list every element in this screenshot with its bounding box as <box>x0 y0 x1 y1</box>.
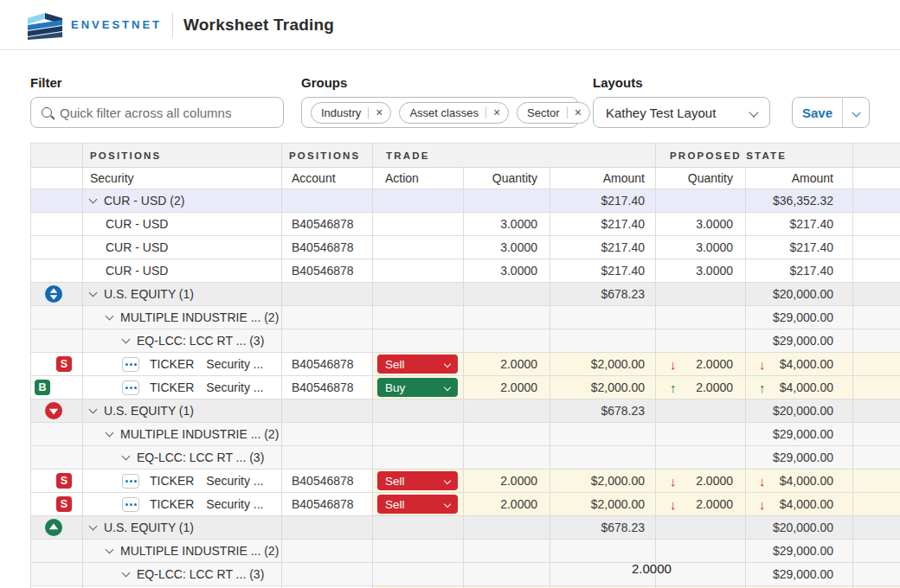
security-cell: U.S. EQUITY (1) <box>83 516 282 540</box>
security-label: CUR - USD <box>106 217 168 231</box>
table-row[interactable]: CUR - USDB405468783.0000$217.403.0000$21… <box>31 259 900 283</box>
layout-selected-value: Kathey Test Layout <box>606 105 716 120</box>
account-cell: B40546878 <box>282 353 373 376</box>
save-menu-button[interactable] <box>843 110 869 116</box>
more-options-button[interactable] <box>122 474 139 489</box>
group-chip-asset-classes[interactable]: Asset classes× <box>399 102 509 124</box>
chip-remove-icon[interactable]: × <box>376 106 382 118</box>
expand-chevron-icon[interactable] <box>122 451 131 460</box>
table-ticker-row[interactable]: STICKERSecurity ...B40546878Sell2.0000$2… <box>31 470 900 493</box>
expand-chevron-icon[interactable] <box>106 545 114 553</box>
row-indicator-cell: S <box>31 493 83 516</box>
table-group-row[interactable]: U.S. EQUITY (1)$678.23$20,000.00 <box>31 399 900 423</box>
table-group-row[interactable]: MULTIPLE INDUSTRIE ... (2)$29,000.00 <box>31 540 900 563</box>
sell-badge: S <box>56 496 72 512</box>
sell-dropdown[interactable]: Sell <box>377 355 458 374</box>
row-indicator-cell <box>31 283 83 306</box>
proposed-amount-value: $217.40 <box>789 217 833 231</box>
table-ticker-row[interactable]: BTICKERSecurity ...B40546878Buy2.0000$2,… <box>31 376 900 399</box>
proposed-amount-cell: $29,000.00 <box>746 446 853 470</box>
chevron-down-icon <box>749 107 758 117</box>
proposed-quantity-cell <box>656 516 746 540</box>
quantity-cell: 3.0000 <box>464 259 550 283</box>
quantity-cell <box>464 446 550 470</box>
group-chip-sector[interactable]: Sector× <box>517 102 590 124</box>
more-options-button[interactable] <box>122 357 139 372</box>
col-header-account[interactable]: Account <box>282 168 373 189</box>
expand-chevron-icon[interactable] <box>122 335 131 343</box>
expand-chevron-icon[interactable] <box>89 405 98 413</box>
trend-up-icon: ↑ <box>656 380 677 395</box>
row-indicator-cell <box>31 329 83 353</box>
account-cell <box>282 329 373 353</box>
chip-remove-icon[interactable]: × <box>575 106 582 118</box>
security-cell: CUR - USD <box>83 259 282 283</box>
extra-cell <box>853 516 900 540</box>
sell-dropdown[interactable]: Sell <box>377 471 458 490</box>
sell-dropdown[interactable]: Sell <box>377 495 458 514</box>
expand-chevron-icon[interactable] <box>122 568 131 577</box>
amount-cell <box>550 306 656 329</box>
col-header-amount[interactable]: Amount <box>550 168 656 189</box>
chip-remove-icon[interactable]: × <box>493 106 500 118</box>
table-group-row[interactable]: CUR - USD (2)$217.40$36,352.32 <box>31 189 900 213</box>
quantity-cell: 2.0000 <box>464 376 550 399</box>
extra-cell <box>853 329 900 353</box>
table-row[interactable]: CUR - USDB405468783.0000$217.403.0000$21… <box>31 213 900 236</box>
extra-cell <box>853 306 900 329</box>
table-group-row[interactable]: MULTIPLE INDUSTRIE ... (2)$29,000.00 <box>31 306 900 329</box>
table-group-row[interactable]: EQ-LCC: LCC RT ... (3)$29,000.00 <box>31 563 900 586</box>
table-group-row[interactable]: EQ-LCC: LCC RT ... (3)$29,000.00 <box>31 446 900 470</box>
more-options-button[interactable] <box>122 497 139 512</box>
proposed-quantity-value: 2.0000 <box>696 497 733 511</box>
proposed-quantity-cell <box>656 399 746 423</box>
chevron-down-icon <box>852 108 860 117</box>
col-header-proposed-quantity[interactable]: Quantity <box>656 168 746 189</box>
save-button[interactable]: Save <box>793 105 842 120</box>
expand-chevron-icon[interactable] <box>89 521 98 530</box>
amount-cell: $2,000.00 <box>550 470 656 493</box>
col-header-quantity[interactable]: Quantity <box>464 168 550 189</box>
groups-label: Groups <box>301 75 347 90</box>
group-chip-industry[interactable]: Industry× <box>311 102 391 124</box>
chip-label: Asset classes <box>409 106 478 119</box>
layout-select[interactable]: Kathey Test Layout <box>593 97 770 128</box>
col-header-security[interactable]: Security <box>83 168 282 189</box>
trend-down-icon: ↓ <box>746 497 766 512</box>
table-ticker-row[interactable]: STICKERSecurity ...B40546878Sell2.0000$2… <box>31 353 900 376</box>
expand-chevron-icon[interactable] <box>89 195 98 203</box>
group-label: EQ-LCC: LCC RT ... (3) <box>137 334 264 348</box>
proposed-quantity-cell: 3.0000 <box>656 236 746 259</box>
table-group-row[interactable]: U.S. EQUITY (1)$678.23$20,000.00 <box>31 283 900 306</box>
chevron-down-icon <box>444 361 451 368</box>
amount-cell: $678.23 <box>550 516 656 540</box>
amount-cell <box>550 540 656 563</box>
proposed-quantity-value: 2.0000 <box>696 357 733 371</box>
amount-cell: $2,000.00 <box>550 376 656 399</box>
quantity-cell: 2.0000 <box>464 353 550 376</box>
table-ticker-row[interactable]: STICKERSecurity ...B40546878Sell2.0000$2… <box>31 493 900 516</box>
group-label: EQ-LCC: LCC RT ... (3) <box>137 567 264 581</box>
expand-chevron-icon[interactable] <box>106 311 114 320</box>
col-header-action[interactable]: Action <box>373 168 464 189</box>
table-group-row[interactable]: EQ-LCC: LCC RT ... (3)$29,000.00 <box>31 329 900 353</box>
search-input[interactable] <box>60 105 274 120</box>
table-group-row[interactable]: U.S. EQUITY (1)$678.23$20,000.00 <box>31 516 900 540</box>
expand-chevron-icon[interactable] <box>106 428 114 437</box>
action-cell <box>373 306 464 329</box>
col-header-proposed-amount[interactable]: Amount <box>746 168 853 189</box>
quantity-cell <box>464 563 550 586</box>
table-row[interactable]: CUR - USDB405468783.0000$217.403.0000$21… <box>31 236 900 259</box>
row-indicator-cell <box>31 563 83 586</box>
buy-badge: B <box>35 380 50 395</box>
more-options-button[interactable] <box>122 380 139 395</box>
expand-chevron-icon[interactable] <box>89 288 98 297</box>
table-group-row[interactable]: MULTIPLE INDUSTRIE ... (2)$29,000.00 <box>31 423 900 446</box>
proposed-quantity-cell: ↓2.0000 <box>656 470 746 493</box>
group-chips: Industry×Asset classes×Sector× <box>311 102 598 124</box>
groups-select[interactable]: Industry×Asset classes×Sector× <box>301 97 578 128</box>
table-group-header-row: POSITIONS POSITIONS TRADE PROPOSED STATE <box>31 144 900 168</box>
sell-badge: S <box>56 473 72 489</box>
quantity-cell <box>464 283 550 306</box>
buy-dropdown[interactable]: Buy <box>377 378 458 397</box>
